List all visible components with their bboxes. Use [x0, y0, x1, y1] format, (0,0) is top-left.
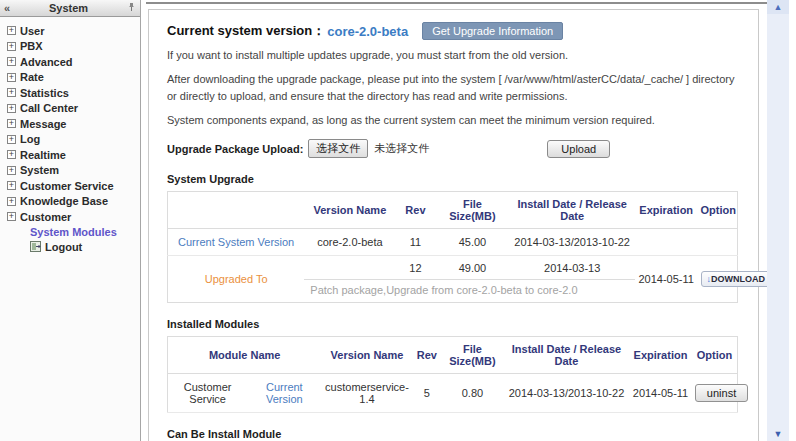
- expand-icon[interactable]: +: [7, 73, 16, 82]
- table-row: Customer Service Current Version custome…: [168, 374, 738, 413]
- expand-icon[interactable]: +: [7, 26, 16, 35]
- pin-icon[interactable]: [127, 2, 136, 14]
- sidebar-tree: +User +PBX +Advanced +Rate +Statistics +…: [0, 17, 140, 255]
- sidebar-item-pbx[interactable]: +PBX: [7, 39, 140, 54]
- main-area: Current system version： core-2.0-beta Ge…: [142, 0, 796, 441]
- column-header: Option: [698, 192, 738, 229]
- expand-icon[interactable]: +: [7, 88, 16, 97]
- expand-icon[interactable]: +: [7, 166, 16, 175]
- sidebar-item-label: Statistics: [20, 87, 69, 99]
- installed-modules-title: Installed Modules: [167, 318, 738, 330]
- sidebar-item-label: Log: [20, 133, 40, 145]
- sidebar-item-log[interactable]: +Log: [7, 132, 140, 147]
- cell-size: 0.80: [441, 374, 504, 413]
- sidebar-item-label: User: [20, 25, 44, 37]
- can-install-title: Can Be Install Module: [167, 428, 738, 440]
- cell-option: ↓DOWNLOAD: [698, 256, 738, 303]
- expand-icon[interactable]: +: [7, 119, 16, 128]
- sidebar-item-realtime[interactable]: +Realtime: [7, 147, 140, 162]
- sidebar-item-label: Customer: [20, 211, 71, 223]
- column-header: Version Name: [304, 192, 395, 229]
- choose-file-button[interactable]: 选择文件: [308, 139, 368, 158]
- sidebar-item-call-center[interactable]: +Call Center: [7, 101, 140, 116]
- current-version-row: Current system version： core-2.0-beta Ge…: [167, 22, 738, 40]
- column-header: File Size(MB): [441, 337, 504, 374]
- current-version-link[interactable]: Current Version: [266, 381, 303, 405]
- sidebar-item-rate[interactable]: +Rate: [7, 70, 140, 85]
- cell-expiration: 2014-05-11: [629, 374, 692, 413]
- sidebar-item-logout[interactable]: Logout: [30, 240, 140, 255]
- column-header: Expiration: [629, 337, 692, 374]
- uninstall-button[interactable]: uninst: [695, 384, 748, 402]
- content-panel: Current system version： core-2.0-beta Ge…: [148, 9, 759, 441]
- table-header-row: Module Name Version Name Rev File Size(M…: [168, 337, 738, 374]
- sidebar-item-label: Knowledge Base: [20, 195, 108, 207]
- sidebar-item-label: Call Center: [20, 102, 78, 114]
- sidebar-title: System: [10, 2, 127, 14]
- info-paragraph-3: System components expand, as long as the…: [167, 112, 738, 129]
- column-header: Option: [692, 337, 738, 374]
- sidebar-subitem-label: System Modules: [30, 226, 117, 238]
- cell-version: core-2.0-beta: [304, 229, 395, 256]
- installed-modules-table: Module Name Version Name Rev File Size(M…: [167, 336, 738, 413]
- table-row: Current System Version core-2.0-beta 11 …: [168, 229, 738, 256]
- upload-label: Upgrade Package Upload:: [167, 143, 303, 155]
- sidebar-item-label: Customer Service: [20, 180, 114, 192]
- sidebar-header: « System: [0, 0, 140, 17]
- cell-size: 45.00: [435, 229, 509, 256]
- current-version-label: Current system version：: [167, 22, 325, 40]
- expand-icon[interactable]: +: [7, 104, 16, 113]
- current-system-version-link[interactable]: Current System Version: [178, 236, 294, 248]
- expand-icon[interactable]: +: [7, 212, 16, 221]
- sidebar-item-knowledge-base[interactable]: +Knowledge Base: [7, 194, 140, 209]
- no-file-selected-text: 未选择文件: [374, 141, 429, 156]
- sidebar-item-customer[interactable]: +Customer: [7, 209, 140, 224]
- system-upgrade-title: System Upgrade: [167, 173, 738, 185]
- cell-rev: 5: [413, 374, 442, 413]
- column-header: Rev: [413, 337, 442, 374]
- column-header: Module Name: [168, 337, 322, 374]
- get-upgrade-information-button[interactable]: Get Upgrade Information: [422, 22, 563, 40]
- expand-icon[interactable]: +: [7, 57, 16, 66]
- expand-icon[interactable]: +: [7, 197, 16, 206]
- upload-button[interactable]: Upload: [547, 140, 610, 158]
- table-row: Upgraded To 12 49.00 2014-03-13 2014-05-…: [168, 256, 738, 280]
- cell-option: uninst: [692, 374, 738, 413]
- sidebar-item-label: System: [20, 164, 59, 176]
- column-header: Install Date / Release Date: [509, 192, 634, 229]
- column-header: Version Name: [321, 337, 412, 374]
- patch-note: Patch package,Upgrade from core-2.0-beta…: [304, 280, 635, 303]
- sidebar-subitem-label: Logout: [45, 241, 82, 253]
- expand-icon[interactable]: +: [7, 135, 16, 144]
- upload-row: Upgrade Package Upload: 选择文件 未选择文件 Uploa…: [167, 139, 738, 158]
- scroll-down-icon[interactable]: ▼: [767, 427, 789, 441]
- sidebar-item-customer-service[interactable]: +Customer Service: [7, 178, 140, 193]
- cell-version: customerservice-1.4: [321, 374, 412, 413]
- cell-module: Customer Service: [168, 374, 248, 413]
- upgraded-to-label: Upgraded To: [168, 256, 305, 303]
- expand-icon[interactable]: +: [7, 181, 16, 190]
- sidebar-item-label: Rate: [20, 71, 44, 83]
- sidebar-item-user[interactable]: +User: [7, 23, 140, 38]
- info-paragraph-2: After downloading the upgrade package, p…: [167, 71, 738, 105]
- download-button[interactable]: ↓DOWNLOAD: [701, 271, 772, 287]
- cell-option: [698, 229, 738, 256]
- scroll-up-icon[interactable]: ▲: [767, 0, 789, 14]
- app-window: « System +User +PBX +Advanced +Rate +Sta…: [0, 0, 796, 441]
- sidebar-item-label: Realtime: [20, 149, 66, 161]
- sidebar-item-statistics[interactable]: +Statistics: [7, 85, 140, 100]
- sidebar-item-system[interactable]: +System: [7, 163, 140, 178]
- cell-date: 2014-03-13/2013-10-22: [509, 229, 634, 256]
- expand-icon[interactable]: +: [7, 150, 16, 159]
- expand-icon[interactable]: +: [7, 42, 16, 51]
- sidebar-item-label: Advanced: [20, 56, 73, 68]
- cell-expiration: 2014-05-11: [635, 256, 698, 303]
- sidebar-item-system-modules[interactable]: System Modules: [30, 225, 140, 240]
- cell-date: 2014-03-13/2013-10-22: [504, 374, 629, 413]
- table-header-row: Version Name Rev File Size(MB) Install D…: [168, 192, 738, 229]
- sidebar-item-message[interactable]: +Message: [7, 116, 140, 131]
- vertical-scrollbar[interactable]: ▲ ▼: [767, 0, 789, 441]
- current-version-value: core-2.0-beta: [327, 24, 408, 39]
- sidebar-item-advanced[interactable]: +Advanced: [7, 54, 140, 69]
- cell-date: 2014-03-13: [509, 256, 634, 280]
